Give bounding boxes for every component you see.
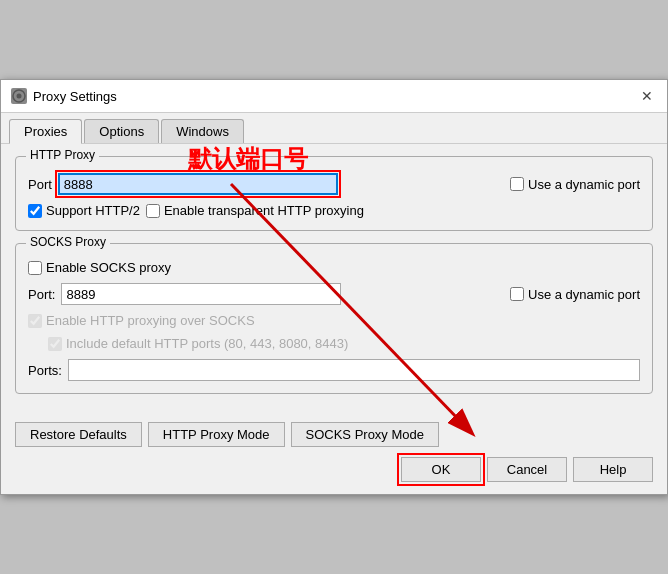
include-ports-checkbox[interactable]: Include default HTTP ports (80, 443, 808… — [48, 336, 348, 351]
http-proxy-label: HTTP Proxy — [26, 148, 99, 162]
tab-windows[interactable]: Windows — [161, 119, 244, 143]
include-ports-check[interactable] — [48, 337, 62, 351]
close-button[interactable]: ✕ — [637, 86, 657, 106]
socks-dynamic-port-label: Use a dynamic port — [528, 287, 640, 302]
enable-socks-row: Enable SOCKS proxy — [28, 260, 640, 275]
annotation-text: 默认端口号 — [188, 143, 308, 175]
enable-http-socks-checkbox[interactable]: Enable HTTP proxying over SOCKS — [28, 313, 255, 328]
tab-proxies[interactable]: Proxies — [9, 119, 82, 144]
include-ports-row: Include default HTTP ports (80, 443, 808… — [28, 336, 640, 351]
enable-http-socks-row: Enable HTTP proxying over SOCKS — [28, 313, 640, 328]
socks-port-label: Port: — [28, 287, 55, 302]
enable-http-socks-check[interactable] — [28, 314, 42, 328]
ports-input[interactable] — [68, 359, 640, 381]
title-bar-left: Proxy Settings — [11, 88, 117, 104]
http-port-input[interactable] — [58, 173, 338, 195]
socks-proxy-group: SOCKS Proxy Enable SOCKS proxy Port: — [15, 243, 653, 394]
mode-buttons: Restore Defaults HTTP Proxy Mode SOCKS P… — [15, 422, 653, 447]
ports-row: Ports: — [28, 359, 640, 381]
action-buttons: OK Cancel Help — [15, 457, 653, 482]
socks-port-input[interactable] — [61, 283, 341, 305]
http-proxy-mode-button[interactable]: HTTP Proxy Mode — [148, 422, 285, 447]
help-button[interactable]: Help — [573, 457, 653, 482]
enable-transparent-check[interactable] — [146, 204, 160, 218]
window-title: Proxy Settings — [33, 89, 117, 104]
socks-dynamic-port-checkbox[interactable]: Use a dynamic port — [510, 287, 640, 302]
enable-socks-checkbox[interactable]: Enable SOCKS proxy — [28, 260, 171, 275]
http-dynamic-port-checkbox[interactable]: Use a dynamic port — [510, 177, 640, 192]
http-port-label: Port — [28, 177, 52, 192]
tab-options[interactable]: Options — [84, 119, 159, 143]
support-http2-check[interactable] — [28, 204, 42, 218]
include-ports-label: Include default HTTP ports (80, 443, 808… — [66, 336, 348, 351]
http-options-row: Support HTTP/2 Enable transparent HTTP p… — [28, 203, 640, 218]
socks-port-row: Port: Use a dynamic port — [28, 283, 640, 305]
enable-http-socks-label: Enable HTTP proxying over SOCKS — [46, 313, 255, 328]
svg-point-1 — [17, 94, 22, 99]
ports-label: Ports: — [28, 363, 62, 378]
ok-button[interactable]: OK — [401, 457, 481, 482]
bottom-section: Restore Defaults HTTP Proxy Mode SOCKS P… — [1, 418, 667, 494]
enable-transparent-checkbox[interactable]: Enable transparent HTTP proxying — [146, 203, 364, 218]
restore-defaults-button[interactable]: Restore Defaults — [15, 422, 142, 447]
support-http2-label: Support HTTP/2 — [46, 203, 140, 218]
settings-icon — [11, 88, 27, 104]
socks-proxy-content: Enable SOCKS proxy Port: Use a dynamic p… — [28, 260, 640, 381]
socks-proxy-mode-button[interactable]: SOCKS Proxy Mode — [291, 422, 440, 447]
http-proxy-content: Port 默认端口号 Use a dynamic port Support HT… — [28, 173, 640, 218]
http-proxy-group: HTTP Proxy Port 默认端口号 Use a dynamic port — [15, 156, 653, 231]
socks-proxy-label: SOCKS Proxy — [26, 235, 110, 249]
proxy-settings-window: Proxy Settings ✕ Proxies Options Windows… — [0, 79, 668, 495]
socks-dynamic-port-check[interactable] — [510, 287, 524, 301]
enable-transparent-label: Enable transparent HTTP proxying — [164, 203, 364, 218]
http-port-row: Port 默认端口号 Use a dynamic port — [28, 173, 640, 195]
http-dynamic-port-check[interactable] — [510, 177, 524, 191]
title-bar: Proxy Settings ✕ — [1, 80, 667, 113]
cancel-button[interactable]: Cancel — [487, 457, 567, 482]
http-dynamic-port-label: Use a dynamic port — [528, 177, 640, 192]
enable-socks-label: Enable SOCKS proxy — [46, 260, 171, 275]
enable-socks-check[interactable] — [28, 261, 42, 275]
tab-content: HTTP Proxy Port 默认端口号 Use a dynamic port — [1, 144, 667, 418]
tab-bar: Proxies Options Windows — [1, 113, 667, 144]
support-http2-checkbox[interactable]: Support HTTP/2 — [28, 203, 140, 218]
